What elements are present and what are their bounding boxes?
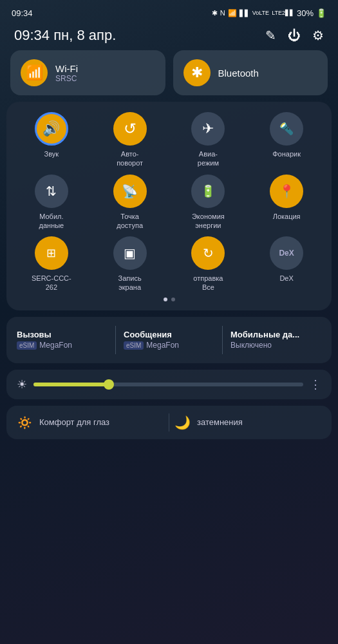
brightness-sun-icon: ☀: [17, 377, 27, 392]
comfort-eyes-item[interactable]: 🔅 Комфорт для глаз: [17, 415, 164, 430]
qs-location[interactable]: 📍 Локация: [249, 175, 324, 231]
bluetooth-tile-label: Bluetooth: [218, 68, 259, 79]
night-mode-item[interactable]: 🌙 затемнения: [174, 415, 321, 430]
header-row: 09:34 пн, 8 апр. ✎ ⏻ ⚙: [0, 23, 338, 50]
batterysaver-icon: 🔋: [191, 175, 225, 208]
bluetooth-tile-icon: ✱: [183, 59, 211, 86]
brightness-thumb[interactable]: [104, 379, 114, 390]
night-mode-icon: 🌙: [174, 415, 191, 430]
hotspot-label: Точкадоступа: [117, 212, 143, 231]
qs-serc[interactable]: ⊞ SERC-CCC-262: [14, 236, 89, 292]
status-icons: ✱ N 📶 ▋▋ VoLTE LTE2▋▋ 30% 🔋: [212, 8, 326, 18]
sim-calls-network: eSIM MegaFon: [17, 341, 108, 350]
sim-messages-title: Сообщения: [124, 330, 214, 339]
brightness-panel[interactable]: ☀ ⋮: [6, 370, 332, 399]
wifi-tile-label: Wi-Fi: [55, 63, 78, 74]
mobiledata-icon: ⇅: [35, 175, 68, 208]
sim-mobiledata-status: Выключено: [230, 341, 321, 350]
settings-icon[interactable]: ⚙: [312, 28, 324, 43]
sim-mobiledata[interactable]: Мобильные да... Выключено: [230, 330, 321, 350]
nfc-status-icon: N: [220, 9, 225, 17]
qs-screenrecord[interactable]: ▣ Записьэкрана: [93, 236, 167, 292]
wifi-status-icon: 📶: [228, 9, 237, 17]
dot-2: [171, 298, 175, 301]
sim-messages-badge: eSIM: [124, 341, 144, 350]
hotspot-icon: 📡: [113, 175, 147, 208]
bluetooth-tile-info: Bluetooth: [218, 68, 259, 79]
screenrecord-label: Записьэкрана: [118, 274, 142, 292]
screenrecord-icon: ▣: [113, 236, 147, 270]
sim-divider-2: [222, 326, 223, 354]
brightness-more-icon[interactable]: ⋮: [310, 377, 321, 392]
qs-dex[interactable]: DeX DeX: [249, 236, 324, 292]
bluetooth-status-icon: ✱: [212, 9, 218, 17]
volte-icon: VoLTE: [252, 10, 269, 16]
sim-divider-1: [115, 326, 116, 354]
qs-mobiledata[interactable]: ⇅ Мобил.данные: [14, 175, 89, 231]
sim-messages-carrier: MegaFon: [146, 341, 179, 350]
comfort-panel: 🔅 Комфорт для глаз 🌙 затемнения: [6, 406, 332, 439]
sim-panel: Вызовы eSIM MegaFon Сообщения eSIM MegaF…: [6, 317, 332, 363]
bluetooth-tile[interactable]: ✱ Bluetooth: [173, 50, 328, 95]
header-actions: ✎ ⏻ ⚙: [265, 28, 324, 43]
qs-autorotate[interactable]: ↺ Авто-поворот: [93, 112, 167, 168]
battery-level: 30%: [297, 8, 314, 18]
dex-label: DeX: [279, 274, 293, 283]
qs-batterysaver[interactable]: 🔋 Экономияэнергии: [171, 175, 246, 231]
quick-tiles-top: 📶 Wi-Fi SRSC ✱ Bluetooth: [0, 50, 338, 95]
sim-mobiledata-title: Мобильные да...: [230, 330, 321, 339]
flashlight-icon: 🔦: [270, 112, 303, 146]
comfort-eyes-icon: 🔅: [17, 415, 33, 430]
airplane-icon: ✈: [191, 112, 225, 146]
wifi-tile[interactable]: 📶 Wi-Fi SRSC: [10, 50, 165, 95]
dot-1: [164, 298, 167, 301]
serc-icon: ⊞: [35, 236, 68, 270]
mobiledata-label: Мобил.данные: [39, 212, 64, 231]
sound-label: Звук: [44, 149, 59, 158]
battery-icon: 🔋: [316, 8, 326, 18]
night-mode-label: затемнения: [197, 417, 243, 427]
sim-messages-network: eSIM MegaFon: [124, 341, 214, 350]
wifi-tile-info: Wi-Fi SRSC: [55, 63, 78, 83]
header-datetime: 09:34 пн, 8 апр.: [14, 27, 116, 44]
flashlight-label: Фонарик: [272, 149, 301, 158]
sound-icon: 🔊: [35, 112, 68, 146]
status-bar: 09:34 ✱ N 📶 ▋▋ VoLTE LTE2▋▋ 30% 🔋: [0, 0, 338, 23]
brightness-slider[interactable]: [33, 383, 303, 386]
comfort-eyes-label: Комфорт для глаз: [39, 417, 109, 427]
lte2-icon: LTE2▋▋: [272, 10, 294, 16]
autorotate-icon: ↺: [113, 112, 147, 146]
power-icon[interactable]: ⏻: [288, 28, 301, 43]
sim-calls-badge: eSIM: [17, 341, 37, 350]
sim-calls-carrier: MegaFon: [39, 341, 72, 350]
status-time: 09:34: [12, 8, 33, 18]
qs-share[interactable]: ↻ отправкаВсе: [171, 236, 246, 292]
serc-label: SERC-CCC-262: [32, 274, 71, 292]
share-icon: ↻: [191, 236, 225, 270]
qs-grid: 🔊 Звук ↺ Авто-поворот ✈ Авиа-режим 🔦 Фон…: [14, 112, 324, 292]
comfort-divider: [169, 413, 169, 431]
brightness-fill: [33, 383, 109, 386]
qs-airplane[interactable]: ✈ Авиа-режим: [171, 112, 246, 168]
share-label: отправкаВсе: [193, 274, 223, 292]
batterysaver-label: Экономияэнергии: [192, 212, 225, 231]
location-icon: 📍: [270, 175, 303, 208]
wifi-tile-sublabel: SRSC: [55, 74, 78, 83]
qs-hotspot[interactable]: 📡 Точкадоступа: [93, 175, 167, 231]
sim-calls-title: Вызовы: [17, 330, 108, 339]
main-panel: 🔊 Звук ↺ Авто-поворот ✈ Авиа-режим 🔦 Фон…: [6, 102, 332, 310]
dex-icon: DeX: [270, 236, 303, 270]
autorotate-label: Авто-поворот: [117, 149, 143, 168]
edit-icon[interactable]: ✎: [265, 28, 276, 43]
airplane-label: Авиа-режим: [198, 149, 219, 168]
wifi-tile-icon: 📶: [21, 59, 48, 86]
sim-calls[interactable]: Вызовы eSIM MegaFon: [17, 330, 108, 350]
location-label: Локация: [273, 212, 301, 221]
sim-messages[interactable]: Сообщения eSIM MegaFon: [124, 330, 214, 350]
qs-sound[interactable]: 🔊 Звук: [14, 112, 89, 168]
pagination-dots: [14, 298, 324, 301]
qs-flashlight[interactable]: 🔦 Фонарик: [249, 112, 324, 168]
signal-status-icon: ▋▋: [239, 10, 250, 17]
